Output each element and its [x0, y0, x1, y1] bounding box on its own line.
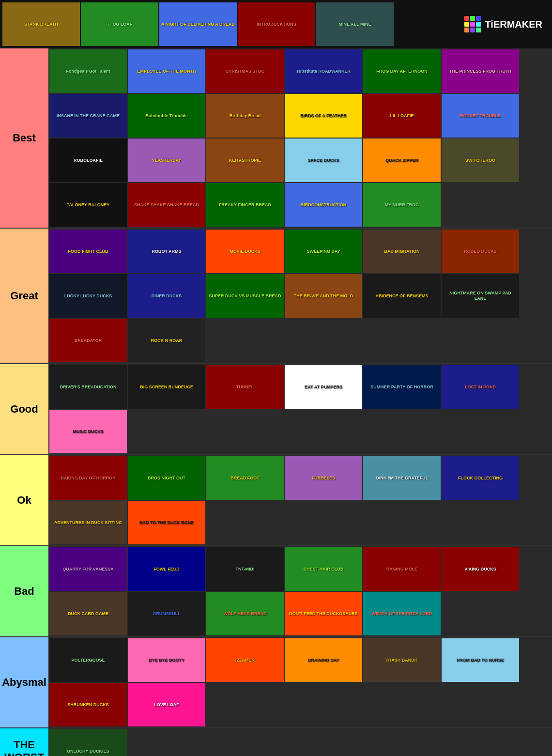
tier-item: EMPLOYEE OF THE MONTH [128, 49, 205, 93]
tier-item: BAKING DAY OF HORROR [49, 456, 127, 500]
tier-label-ok: Ok [0, 455, 48, 545]
logo-cell [470, 28, 475, 32]
tier-item: THE BRAVE AND THE MOLD [285, 274, 362, 318]
tier-item: MY NURR FROG [363, 183, 441, 227]
tier-item: ROBOT ARMS [128, 230, 205, 273]
tier-item: DRAINING DAY [285, 638, 362, 682]
header-item: THUG LOAF [81, 2, 158, 46]
logo-cell [464, 16, 469, 21]
tier-content-ok: BAKING DAY OF HORRORBROS NIGHT OUTBREAD … [48, 455, 552, 545]
tier-item: DINER DUCKS [128, 274, 205, 318]
tier-row-ok: OkBAKING DAY OF HORRORBROS NIGHT OUTBREA… [0, 455, 552, 546]
tier-item: SUPER DUCK VS MUSCLE BREAD [206, 274, 284, 318]
tiermaker-text: TiERMAKER [485, 19, 542, 30]
tier-item: ADVENTURES IN DUCK SITTING [49, 501, 127, 544]
tier-item: FURBELES [285, 456, 362, 500]
header-items: STANK BREATHTHUG LOAFA NIGHT OF DELIVERI… [2, 2, 457, 46]
tier-item: DUCK CARD GAME [49, 592, 127, 635]
tier-item: DON'T FEED THE DUCKOSAURS [285, 592, 362, 635]
tier-item: LOST IN POND [442, 365, 519, 409]
logo-cell [470, 22, 475, 27]
tier-item: FOWL FEUD [128, 547, 205, 591]
tier-row-good: GoodDRIVER'S BREADUCATIONBIG SCREEN BUND… [0, 364, 552, 455]
tier-item: FROG DAY AFTERNOON [363, 49, 441, 93]
tier-label-abysmal: Abysmal [0, 637, 48, 727]
logo-cell [470, 16, 475, 21]
tier-label-good: Good [0, 364, 48, 454]
tier-container: BestFondgea's Got TalentEMPLOYEE OF THE … [0, 48, 552, 756]
tier-item: SHAKE SHAKE SHAKE BREAD [128, 183, 205, 227]
logo-cell [464, 28, 469, 32]
tier-item: MUSIC DUCKS [49, 410, 127, 453]
tier-item: LUCKY LUCKY DUCKS [49, 274, 127, 318]
tier-item: WRATH OF THE PIZZA LORD [363, 592, 441, 635]
tier-content-best: Fondgea's Got TalentEMPLOYEE OF THE MONT… [48, 48, 552, 228]
tier-item: ROBOLOAFIE [49, 139, 127, 182]
tier-item: CHRISTMAS STUO [206, 49, 284, 93]
header-item: MINE ALL MINE [316, 2, 394, 46]
logo-cell [476, 28, 481, 32]
tier-item: FLOCK COLLECTING [442, 456, 519, 500]
tier-item: BIRDCONSTRUCTION [285, 183, 362, 227]
tier-item: DRIVER'S BREADUCATION [49, 365, 127, 409]
header-item: STANK BREATH [2, 2, 80, 46]
tier-item: LIL LOAFIE [363, 94, 441, 138]
tier-item: SPACE DUCKS [285, 139, 362, 182]
tier-item: ROCK N ROAR [128, 319, 205, 362]
logo-cell [464, 22, 469, 27]
tier-item: BIRDS OF A FEATHER [285, 94, 362, 138]
tier-item: RAGING MOLE [363, 547, 441, 591]
tier-item: FREAKY FINGER BREAD [206, 183, 284, 227]
tier-item: UNLUCKY DUCKIES [49, 729, 127, 756]
header-item: A NIGHT OF DELIVERING A BREAD [159, 2, 237, 46]
tier-content-bad: QUARRY FOR VANESSAFOWL FEUDTNT-MIDICHEST… [48, 546, 552, 636]
logo-cell [476, 22, 481, 27]
tier-item: BYE BYE BOOTY [128, 638, 205, 682]
tier-content-good: DRIVER'S BREADUCATIONBIG SCREEN BUNDEUCE… [48, 364, 552, 454]
tier-item: Fondgea's Got Talent [49, 49, 127, 93]
tier-item: FROM BAD TO NURSE [442, 638, 519, 682]
tier-item: EAT AT PUMPERS [285, 365, 362, 409]
tier-item: WOLF HEAD BREAD [206, 592, 284, 635]
tier-item: RODEO DUCKS [442, 230, 519, 273]
tier-row-best: BestFondgea's Got TalentEMPLOYEE OF THE … [0, 48, 552, 229]
tier-content-abysmal: POLTERGOOSEBYE BYE BOOTYIZZAMERDRAINING … [48, 637, 552, 727]
tier-item: LOVE LOAF [128, 683, 205, 726]
tier-item: TNT-MIDI [206, 547, 284, 591]
tier-item: Birthday Bread [206, 94, 284, 138]
tier-item: SUMMER PARTY OF HORROR [363, 365, 441, 409]
tier-item: BREADATOR [49, 319, 127, 362]
tier-item: INSANE IN THE CRANE GAME [49, 94, 127, 138]
tier-item: SWITCHEROO [442, 139, 519, 182]
tier-item: GRUMSKULL [128, 592, 205, 635]
tier-item: BREAD FOOT [206, 456, 284, 500]
tier-item: Buhdouble Trhouble [128, 94, 205, 138]
tier-item: CHEST HAIR CLUB [285, 547, 362, 591]
tier-item: QUACK ZIPPER [363, 139, 441, 182]
tier-row-bad: BadQUARRY FOR VANESSAFOWL FEUDTNT-MIDICH… [0, 546, 552, 637]
tier-content-the-worst: UNLUCKY DUCKIES [48, 728, 552, 756]
tier-item: SWEEPING DAY [285, 230, 362, 273]
tier-item: ROCKET TROUBLE [442, 94, 519, 138]
tier-label-best: Best [0, 48, 48, 228]
tier-item: BAD MIGRATION [363, 230, 441, 273]
tier-item: QUARRY FOR VANESSA [49, 547, 127, 591]
tier-label-the-worst: THE WORST [0, 728, 48, 756]
tier-item: THE PRINCESS FROG TRUTH [442, 49, 519, 93]
tier-item: IZZAMER [206, 638, 284, 682]
tier-label-bad: Bad [0, 546, 48, 636]
tier-label-great: Great [0, 229, 48, 363]
tier-row-the-worst: THE WORSTUNLUCKY DUCKIES [0, 728, 552, 756]
tier-item: MOVIE DUCKS [206, 230, 284, 273]
tier-row-great: GreatFOOD FIGHT CLUBROBOT ARMSMOVIE DUCK… [0, 229, 552, 364]
tier-row-abysmal: AbysmalPOLTERGOOSEBYE BYE BOOTYIZZAMERDR… [0, 637, 552, 728]
header: STANK BREATHTHUG LOAFA NIGHT OF DELIVERI… [0, 0, 552, 48]
tier-content-great: FOOD FIGHT CLUBROBOT ARMSMOVIE DUCKSSWEE… [48, 229, 552, 363]
tier-item: POLTERGOOSE [49, 638, 127, 682]
tier-item: BIG SCREEN BUNDEUCE [128, 365, 205, 409]
tiermaker-logo: TiERMAKER [457, 16, 550, 32]
tier-item: TRASH BANDIT [363, 638, 441, 682]
tier-item: FOOD FIGHT CLUB [49, 230, 127, 273]
tier-item: substitute ROADWANKER [285, 49, 362, 93]
tier-item: KEITASTROPIE [206, 139, 284, 182]
